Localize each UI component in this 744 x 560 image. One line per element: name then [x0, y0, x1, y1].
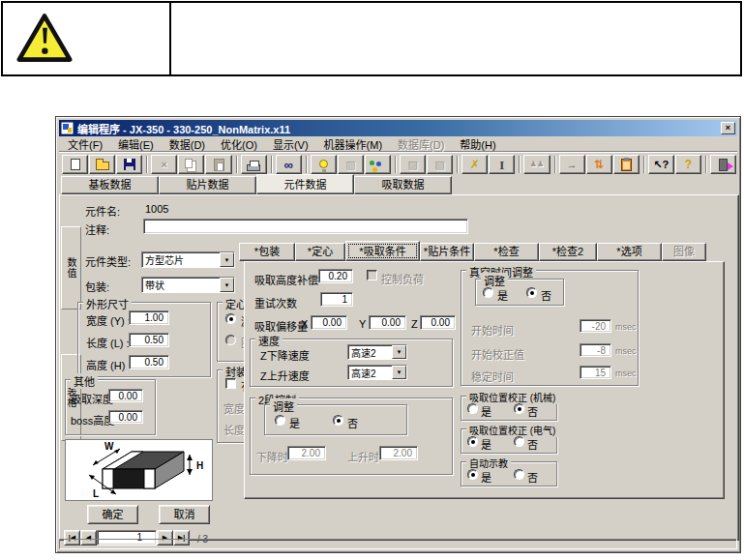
- clipboard-button[interactable]: [613, 155, 640, 174]
- menu-optimize[interactable]: 优化(O): [214, 135, 264, 153]
- status-bar: [59, 539, 737, 549]
- mech-yes-radio[interactable]: [467, 403, 478, 414]
- package-select[interactable]: 带状: [141, 277, 235, 293]
- tool-a-button[interactable]: ▨: [400, 155, 426, 174]
- dropdown-arrow-icon[interactable]: [392, 345, 406, 359]
- vacuum-timing-group: 真空时间调整 调整 是 否 开始时间 -20 msec 开始校正值 -8 mse…: [461, 270, 639, 386]
- pickup-depth-input[interactable]: 0.00: [108, 389, 143, 402]
- tool-b-button[interactable]: ▧: [427, 155, 453, 174]
- z-down-speed-select[interactable]: 高速2: [347, 344, 407, 360]
- verify-button[interactable]: ✗: [461, 155, 488, 174]
- svg-text:H: H: [196, 460, 203, 471]
- light-bulb-icon: [319, 160, 328, 168]
- app-icon: [61, 122, 74, 134]
- warning-empty-cell: [171, 3, 740, 74]
- pickup-height-comp-input[interactable]: 0.20: [318, 269, 353, 283]
- elec-yes-radio[interactable]: [467, 436, 478, 447]
- laser-radio[interactable]: [225, 313, 236, 324]
- dropdown-arrow-icon[interactable]: [220, 278, 234, 292]
- width-y-input[interactable]: 1.00: [129, 310, 169, 325]
- menu-data[interactable]: 数据(D): [163, 135, 212, 153]
- open-button[interactable]: [89, 155, 115, 174]
- toolbar-separator: [395, 156, 397, 173]
- close-button[interactable]: ×: [721, 122, 735, 134]
- vacuum-yes-radio[interactable]: [483, 287, 493, 298]
- vacuum-yes-label: 是: [497, 287, 508, 303]
- ok-button[interactable]: 确定: [87, 505, 138, 524]
- column-button[interactable]: I: [489, 155, 515, 174]
- menu-edit[interactable]: 编辑(E): [111, 135, 161, 153]
- two-stage-yes-radio[interactable]: [275, 415, 285, 426]
- tab-component-data[interactable]: 元件数据: [256, 174, 354, 194]
- length-l-input[interactable]: 0.50: [129, 333, 169, 347]
- menu-machine[interactable]: 机器操作(M): [317, 135, 390, 153]
- tab-centering[interactable]: *定心: [295, 243, 345, 261]
- column-icon: I: [499, 159, 504, 171]
- pair-button[interactable]: ♟♟: [523, 155, 550, 174]
- toolbar-separator: [271, 156, 273, 173]
- title-bar[interactable]: 编辑程序 - JX-350 - 330-250_NonMatrix.x11 ×: [59, 120, 737, 136]
- transfer-button[interactable]: →: [559, 155, 585, 174]
- help-question-icon: ?: [685, 159, 692, 170]
- side-tab-values[interactable]: 数值: [61, 226, 81, 309]
- dropdown-arrow-icon[interactable]: [220, 252, 234, 267]
- tab-placement-data[interactable]: 贴片数据: [159, 176, 256, 194]
- new-document-icon: [71, 159, 80, 170]
- settle-time-input: 15: [580, 366, 611, 379]
- tab-placement-condition[interactable]: *贴片条件: [420, 243, 474, 261]
- vacuum-adjust-group: 调整 是 否: [475, 279, 564, 306]
- optimize-button[interactable]: [365, 155, 391, 174]
- print-button[interactable]: [241, 155, 267, 174]
- dropdown-arrow-icon[interactable]: [392, 366, 406, 379]
- find-button[interactable]: ∞: [276, 155, 302, 174]
- exit-button[interactable]: [710, 155, 736, 174]
- hint-button[interactable]: [311, 155, 337, 174]
- help-button[interactable]: ?: [675, 155, 701, 174]
- new-document-button[interactable]: [62, 155, 88, 174]
- save-floppy-icon: [124, 159, 135, 170]
- menu-view[interactable]: 显示(V): [266, 135, 315, 153]
- two-stage-control-group: 2段控制 调整 是 否 下降时 2.00 上升时 2.00: [250, 398, 453, 475]
- height-h-input[interactable]: 0.50: [129, 355, 169, 369]
- offset-y-input[interactable]: 0.00: [369, 315, 406, 330]
- library-button[interactable]: ▥: [338, 155, 364, 174]
- cancel-button[interactable]: 取消: [159, 505, 210, 524]
- valid-checkbox[interactable]: [225, 378, 236, 389]
- component-type-select[interactable]: 方型芯片: [141, 251, 235, 268]
- offset-y-label: Y: [359, 318, 366, 330]
- save-button[interactable]: [116, 155, 142, 174]
- menu-help[interactable]: 帮助(H): [453, 135, 502, 153]
- vacuum-no-radio[interactable]: [526, 287, 537, 298]
- offset-x-input[interactable]: 0.00: [311, 315, 347, 330]
- offset-z-input[interactable]: 0.00: [420, 315, 456, 330]
- menu-file[interactable]: 文件(F): [61, 135, 109, 153]
- comment-input[interactable]: [143, 219, 468, 234]
- tab-pickup-data[interactable]: 吸取数据: [354, 176, 452, 194]
- start-time-label: 开始时间: [471, 322, 514, 338]
- tab-inspection[interactable]: *检查: [474, 243, 539, 261]
- updown-button[interactable]: ⇅: [586, 155, 612, 174]
- clipboard-icon: [621, 159, 632, 171]
- retry-count-input[interactable]: 1: [320, 292, 353, 307]
- two-stage-no-radio[interactable]: [333, 415, 343, 426]
- transfer-arrow-icon: →: [567, 160, 578, 170]
- elec-no-radio[interactable]: [514, 436, 524, 447]
- tab-board-data[interactable]: 基板数据: [61, 176, 159, 194]
- z-down-speed-label: Z下降速度: [260, 347, 310, 363]
- copy-button[interactable]: [178, 155, 204, 174]
- paste-button[interactable]: [205, 155, 231, 174]
- tab-packaging[interactable]: *包装: [239, 243, 295, 261]
- tab-inspection2[interactable]: *检查2: [539, 243, 597, 261]
- tab-pickup-condition[interactable]: *吸取条件: [345, 241, 420, 261]
- teach-yes-radio[interactable]: [467, 469, 478, 480]
- teach-no-radio[interactable]: [514, 469, 524, 480]
- delete-button[interactable]: ×: [151, 155, 177, 174]
- z-up-speed-select[interactable]: 高速2: [347, 365, 407, 380]
- height-h-label: 高度 (H) :: [86, 357, 131, 372]
- context-help-button[interactable]: ↖?: [648, 155, 674, 174]
- boss-height-input[interactable]: 0.00: [108, 410, 143, 424]
- mech-no-radio[interactable]: [514, 403, 524, 414]
- pickup-height-comp-label: 吸取高度补偿: [254, 272, 318, 287]
- up-down-arrows-icon: ⇅: [594, 159, 604, 170]
- tab-options[interactable]: *选项: [597, 243, 662, 261]
